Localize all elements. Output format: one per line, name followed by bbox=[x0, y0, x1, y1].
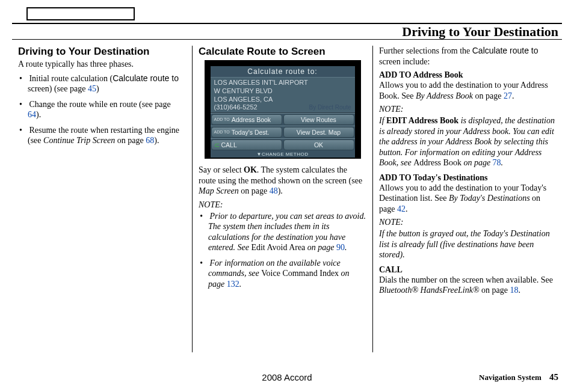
column-3: Further selections from the Calculate ro… bbox=[373, 46, 562, 352]
page-title: Driving to Your Destination bbox=[402, 24, 558, 40]
col2-note-label: NOTE: bbox=[199, 200, 366, 210]
page-link-68[interactable]: 68 bbox=[146, 136, 154, 145]
col1-bullet-3: Resume the route when restarting the eng… bbox=[19, 125, 186, 146]
top-empty-box bbox=[26, 7, 135, 20]
col3-note1: If EDIT Address Book is displayed, the d… bbox=[379, 115, 556, 168]
col3-intro: Further selections from the Calculate ro… bbox=[379, 46, 556, 67]
page-link-45[interactable]: 45 bbox=[88, 84, 96, 93]
col1-intro: A route typically has three phases. bbox=[18, 59, 186, 70]
nav-btn-ok[interactable]: OK bbox=[283, 139, 354, 150]
col3-note2-label: NOTE: bbox=[379, 218, 556, 227]
col3-h1: ADD TO Address Book bbox=[379, 70, 556, 80]
col1-bullet-2: Change the route while en route (see pag… bbox=[19, 99, 186, 120]
col2-note-1: Prior to departure, you can set areas to… bbox=[200, 211, 366, 253]
nav-change-method: ▼CHANGE METHOD bbox=[211, 151, 355, 158]
content-columns: Driving to Your Destination A route typi… bbox=[12, 46, 562, 352]
nav-btn-todays-dest[interactable]: ADD TO Today's Dest. bbox=[211, 127, 282, 138]
col3-h3: CALL bbox=[379, 265, 556, 275]
footer-model: 2008 Accord bbox=[262, 372, 312, 382]
col3-note2: If the button is grayed out, the Today's… bbox=[379, 228, 556, 260]
col3-p3: Dials the number on the screen when avai… bbox=[379, 275, 556, 296]
footer-label: Navigation System bbox=[479, 373, 542, 382]
col2-note-2: For information on the available voice c… bbox=[200, 258, 366, 290]
phone-icon: ⊂ bbox=[214, 141, 220, 149]
col1-bullets: Initial route calculation (Calculate rou… bbox=[18, 73, 186, 146]
page-header: Driving to Your Destination bbox=[12, 23, 562, 40]
page-link-42[interactable]: 42 bbox=[397, 204, 406, 213]
page-link-27[interactable]: 27 bbox=[504, 91, 512, 100]
col2-p1: Say or select OK. The system calculates … bbox=[199, 165, 366, 197]
nav-route-method: By Direct Route bbox=[309, 104, 351, 112]
page-link-18[interactable]: 18 bbox=[510, 286, 519, 295]
page-link-78[interactable]: 78 bbox=[493, 158, 501, 167]
col1-title: Driving to Your Destination bbox=[18, 46, 186, 58]
col1-bullet-1: Initial route calculation (Calculate rou… bbox=[19, 73, 186, 94]
page-link-90[interactable]: 90 bbox=[336, 243, 345, 252]
nav-btn-call[interactable]: ⊂ CALL bbox=[211, 139, 282, 150]
nav-line-2: W CENTURY BLVD bbox=[214, 87, 351, 96]
footer-page: 45 bbox=[549, 372, 558, 382]
nav-info: LOS ANGELES INT'L AIRPORT W CENTURY BLVD… bbox=[211, 78, 355, 113]
col3-note1-label: NOTE: bbox=[379, 105, 556, 114]
col2-note-bullets: Prior to departure, you can set areas to… bbox=[199, 211, 366, 290]
nav-line-3: LOS ANGELES, CA bbox=[214, 96, 351, 104]
col3-p1: Allows you to add the destination to you… bbox=[379, 80, 556, 101]
nav-line-1: LOS ANGELES INT'L AIRPORT bbox=[214, 79, 351, 87]
nav-btn-view-dest-map[interactable]: View Dest. Map bbox=[283, 127, 354, 138]
col3-p2: Allows you to add the destination to you… bbox=[379, 183, 556, 215]
page-link-48[interactable]: 48 bbox=[270, 186, 278, 195]
nav-btn-address-book[interactable]: ADD TO Address Book bbox=[211, 114, 282, 125]
page-footer: 2008 Accord Navigation System 45 bbox=[12, 372, 562, 382]
column-2: Calculate Route to Screen Calculate rout… bbox=[193, 46, 373, 352]
footer-right: Navigation System 45 bbox=[479, 372, 558, 382]
nav-screen-mockup: Calculate route to: LOS ANGELES INT'L AI… bbox=[205, 60, 361, 159]
col3-h2: ADD TO Today's Destinations bbox=[379, 173, 556, 183]
nav-btn-view-routes[interactable]: View Routes bbox=[283, 114, 354, 125]
nav-title: Calculate route to: bbox=[211, 66, 355, 78]
col2-title: Calculate Route to Screen bbox=[199, 46, 366, 58]
page-link-132[interactable]: 132 bbox=[227, 280, 239, 289]
column-1: Driving to Your Destination A route typi… bbox=[12, 46, 193, 352]
page-link-64[interactable]: 64 bbox=[28, 110, 36, 119]
